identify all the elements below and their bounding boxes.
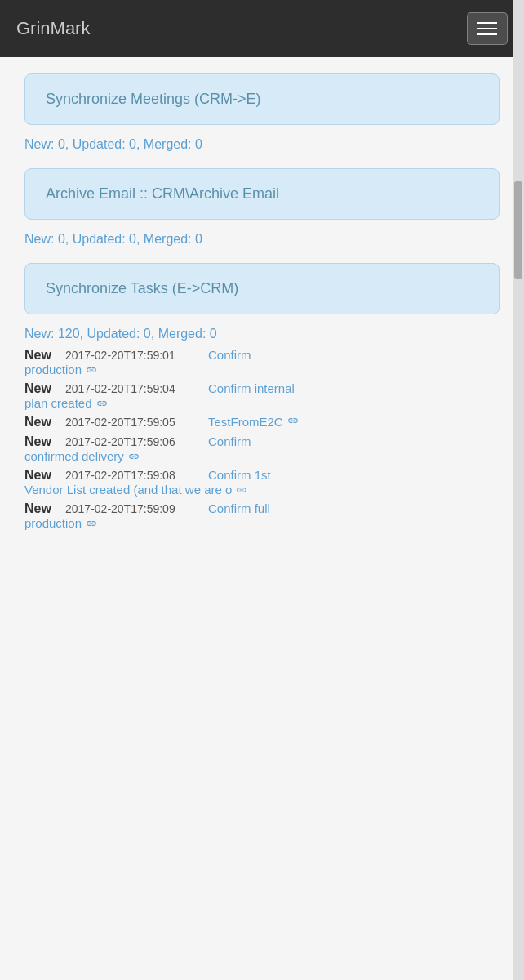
- task-timestamp: 2017-02-20T17:59:08: [65, 469, 200, 482]
- task-badge: New: [24, 468, 57, 483]
- main-content: Synchronize Meetings (CRM->E) New: 0, Up…: [0, 57, 524, 551]
- task-description: confirmed delivery: [24, 449, 124, 463]
- task-link[interactable]: TestFromE2C: [208, 415, 283, 429]
- menu-button[interactable]: [467, 12, 508, 45]
- sync-tasks-status: New: 120, Updated: 0, Merged: 0: [24, 327, 500, 341]
- task-badge: New: [24, 381, 57, 396]
- task-description: Vendor List created (and that we are o: [24, 483, 232, 497]
- task-badge: New: [24, 434, 57, 449]
- task-badge: New: [24, 348, 57, 363]
- task-link[interactable]: Confirm: [208, 348, 251, 362]
- app-header: GrinMark: [0, 0, 524, 57]
- task-timestamp: 2017-02-20T17:59:09: [65, 502, 200, 515]
- menu-icon-bar2: [477, 28, 497, 29]
- task-link[interactable]: Confirm internal: [208, 381, 295, 395]
- task-link[interactable]: Confirm: [208, 434, 251, 448]
- app-title: GrinMark: [16, 18, 90, 39]
- chain-icon: [96, 398, 108, 409]
- task-timestamp: 2017-02-20T17:59:01: [65, 349, 200, 362]
- menu-icon-bar3: [477, 33, 497, 35]
- menu-icon-bar1: [477, 22, 497, 24]
- chain-icon: [128, 451, 140, 462]
- archive-email-status: New: 0, Updated: 0, Merged: 0: [24, 232, 500, 247]
- sync-tasks-button[interactable]: Synchronize Tasks (E->CRM): [24, 263, 500, 314]
- task-link[interactable]: Confirm full: [208, 501, 270, 515]
- task-rows-container: New 2017-02-20T17:59:01 Confirm producti…: [24, 348, 500, 530]
- task-badge: New: [24, 501, 57, 516]
- task-row: New 2017-02-20T17:59:04 Confirm internal…: [24, 381, 500, 410]
- chain-icon: [287, 415, 299, 426]
- sync-meetings-label: Synchronize Meetings (CRM->E): [46, 91, 261, 107]
- sync-meetings-button[interactable]: Synchronize Meetings (CRM->E): [24, 74, 500, 125]
- task-link[interactable]: Confirm 1st: [208, 468, 271, 482]
- task-timestamp: 2017-02-20T17:59:06: [65, 435, 200, 448]
- task-timestamp: 2017-02-20T17:59:05: [65, 416, 200, 429]
- task-timestamp: 2017-02-20T17:59:04: [65, 382, 200, 395]
- task-row: New 2017-02-20T17:59:05 TestFromE2C: [24, 415, 500, 430]
- sync-tasks-label: Synchronize Tasks (E->CRM): [46, 280, 238, 296]
- task-row: New 2017-02-20T17:59:06 Confirm confirme…: [24, 434, 500, 463]
- task-row: New 2017-02-20T17:59:09 Confirm full pro…: [24, 501, 500, 530]
- task-row: New 2017-02-20T17:59:01 Confirm producti…: [24, 348, 500, 376]
- task-description: production: [24, 516, 82, 530]
- chain-icon: [86, 364, 97, 376]
- archive-email-button[interactable]: Archive Email :: CRM\Archive Email: [24, 168, 500, 220]
- task-description: production: [24, 363, 82, 376]
- chain-icon: [236, 484, 247, 496]
- chain-icon: [86, 518, 97, 529]
- task-description: plan created: [24, 396, 92, 410]
- sync-meetings-status: New: 0, Updated: 0, Merged: 0: [24, 137, 500, 152]
- task-badge: New: [24, 415, 57, 430]
- task-row: New 2017-02-20T17:59:08 Confirm 1st Vend…: [24, 468, 500, 497]
- archive-email-label: Archive Email :: CRM\Archive Email: [46, 185, 279, 202]
